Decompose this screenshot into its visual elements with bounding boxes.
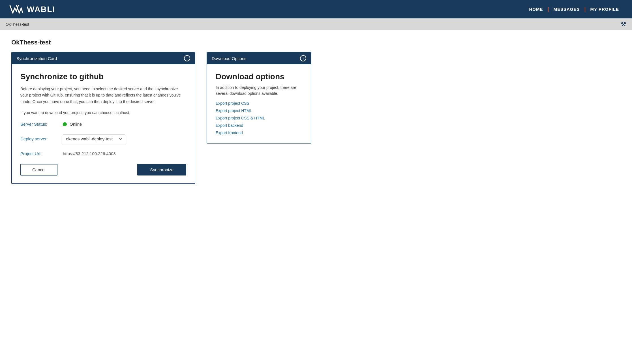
download-card: Download Options i Download options In a… bbox=[207, 52, 311, 144]
status-dot-online bbox=[63, 122, 67, 126]
sync-description: Before deploying your project, you need … bbox=[20, 86, 186, 105]
download-card-header: Download Options i bbox=[207, 52, 311, 64]
server-status-label: Server Status: bbox=[20, 122, 63, 127]
nav-links: HOME | MESSAGES | MY PROFILE bbox=[524, 6, 624, 12]
synchronize-button[interactable]: Synchronize bbox=[137, 164, 186, 175]
wabli-logo-icon bbox=[8, 3, 24, 16]
download-card-body: Download options In addition to deployin… bbox=[207, 64, 311, 143]
sync-card-body: Synchronize to github Before deploying y… bbox=[12, 64, 195, 183]
download-card-header-label: Download Options bbox=[212, 56, 247, 61]
sync-note: If you want to download you project, you… bbox=[20, 110, 186, 115]
deploy-server-row: Deploy server: okenos wabli-deploy-test bbox=[20, 134, 186, 143]
export-css-link[interactable]: Export project CSS bbox=[216, 101, 302, 106]
main-content: OkThess-test Synchronization Card i Sync… bbox=[0, 30, 632, 364]
sync-card-header-label: Synchronization Card bbox=[16, 56, 57, 61]
project-url-value: https://83.212.100.226:4008 bbox=[63, 151, 116, 156]
sync-card-header: Synchronization Card i bbox=[12, 52, 195, 64]
deploy-server-label: Deploy server: bbox=[20, 136, 63, 141]
download-description: In addition to deploying your project, t… bbox=[216, 85, 302, 97]
export-backend-link[interactable]: Export backend bbox=[216, 123, 302, 128]
sync-card: Synchronization Card i Synchronize to gi… bbox=[11, 52, 195, 184]
sync-title: Synchronize to github bbox=[20, 72, 186, 81]
logo-text: WABLI bbox=[27, 5, 55, 14]
server-status-row: Server Status: Online bbox=[20, 122, 186, 127]
export-css-html-link[interactable]: Export project CSS & HTML bbox=[216, 116, 302, 120]
project-url-row: Project Url: https://83.212.100.226:4008 bbox=[20, 151, 186, 156]
logo-area: WABLI bbox=[8, 3, 55, 16]
server-status-value: Online bbox=[63, 122, 82, 127]
nav-messages[interactable]: MESSAGES bbox=[549, 7, 584, 12]
download-info-icon[interactable]: i bbox=[300, 55, 306, 61]
cards-container: Synchronization Card i Synchronize to gi… bbox=[11, 52, 621, 184]
export-html-link[interactable]: Export project HTML bbox=[216, 108, 302, 113]
cancel-button[interactable]: Cancel bbox=[20, 164, 57, 175]
tools-icon[interactable]: ⚒ bbox=[621, 21, 626, 28]
sync-info-icon[interactable]: i bbox=[184, 55, 190, 61]
project-url-label: Project Url: bbox=[20, 151, 63, 156]
nav-home[interactable]: HOME bbox=[524, 7, 547, 12]
action-buttons: Cancel Synchronize bbox=[20, 164, 186, 175]
top-navigation: WABLI HOME | MESSAGES | MY PROFILE bbox=[0, 0, 632, 18]
page-title: OkThess-test bbox=[11, 39, 621, 46]
download-title: Download options bbox=[216, 72, 302, 81]
server-status-text: Online bbox=[70, 122, 82, 127]
export-frontend-link[interactable]: Export frontend bbox=[216, 130, 302, 135]
nav-profile[interactable]: MY PROFILE bbox=[586, 7, 624, 12]
deploy-server-select[interactable]: okenos wabli-deploy-test bbox=[63, 134, 125, 143]
breadcrumb-bar: OkThess-test ⚒ bbox=[0, 18, 632, 30]
download-links-list: Export project CSS Export project HTML E… bbox=[216, 101, 302, 135]
breadcrumb: OkThess-test bbox=[6, 22, 29, 27]
